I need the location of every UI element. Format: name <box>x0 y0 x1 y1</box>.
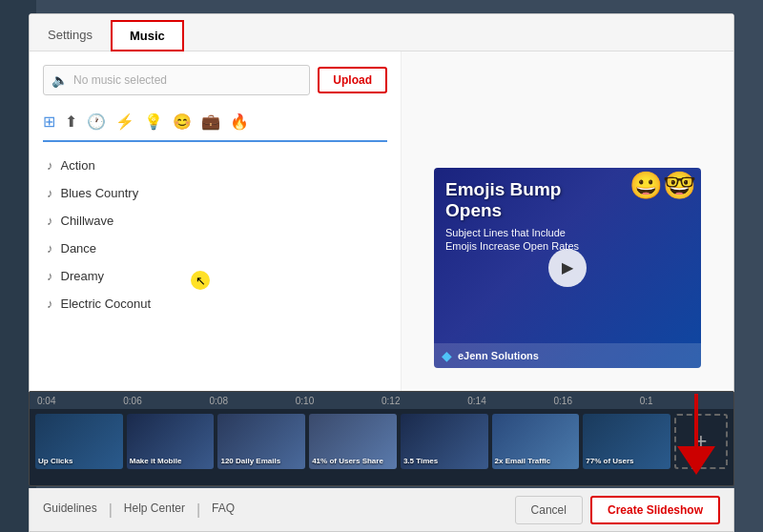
music-note-icon: ♪ <box>47 186 53 200</box>
emoji-cluster: 😀🤓 <box>629 173 696 199</box>
timeline-ruler: 0:04 0:06 0:08 0:10 0:12 0:14 0:16 0:1 <box>30 392 733 409</box>
brand-name: eJenn Solutions <box>458 350 539 361</box>
timeline-clips: Up Clicks Make it Mobile 120 Daily Email… <box>30 409 733 474</box>
ruler-mark: 0:12 <box>382 396 467 406</box>
music-item[interactable]: ♪ Chillwave <box>43 207 387 235</box>
clip-label: 41% of Users Share <box>312 457 383 466</box>
play-button[interactable]: ▶ <box>548 249 587 287</box>
arrow-up-icon[interactable]: ⬆ <box>65 113 77 131</box>
ruler-mark: 0:08 <box>210 396 296 406</box>
music-item[interactable]: ♪ Action <box>43 152 387 179</box>
upload-row: 🔈 No music selected Upload <box>43 65 387 95</box>
timeline-clip[interactable]: 41% of Users Share <box>309 414 397 469</box>
brand-bar: ◆ eJenn Solutions <box>434 343 701 368</box>
clip-label: 2x Email Traffic <box>495 457 551 466</box>
music-item[interactable]: ♪ Blues Country <box>43 179 387 207</box>
clip-label: 120 Daily Emails <box>220 457 280 466</box>
timeline-clip[interactable]: 3.5 Times <box>401 414 488 469</box>
clip-label: Up Clicks <box>38 457 72 466</box>
tabs-bar: Settings Music <box>30 14 733 51</box>
timeline-clip[interactable]: 77% of Users <box>583 414 670 469</box>
music-note-icon: ♪ <box>47 241 53 256</box>
ruler-mark: 0:04 <box>37 396 123 406</box>
clip-label: Make it Mobile <box>130 457 182 466</box>
separator: | <box>109 501 113 519</box>
emoji-icon[interactable]: 😊 <box>173 113 192 131</box>
faq-link[interactable]: FAQ <box>212 501 235 519</box>
lightbulb-icon[interactable]: 💡 <box>144 113 163 131</box>
music-note-icon: ♪ <box>47 158 53 173</box>
music-note-icon: ♪ <box>47 269 53 283</box>
clip-label: 77% of Users <box>586 457 633 466</box>
separator: | <box>196 501 200 519</box>
music-note-icon: 🔈 <box>52 72 68 88</box>
no-music-text: No music selected <box>73 73 167 87</box>
video-title: Emojis Bump Opens <box>445 179 580 223</box>
add-clip-button[interactable]: + <box>674 414 728 469</box>
cancel-button[interactable]: Cancel <box>515 496 583 524</box>
music-note-icon: ♪ <box>47 297 53 311</box>
music-item[interactable]: ♪ Dance <box>43 235 387 262</box>
timeline-area: 0:04 0:06 0:08 0:10 0:12 0:14 0:16 0:1 U… <box>29 391 734 486</box>
category-icons: ⊞ ⬆ 🕐 ⚡ 💡 😊 💼 🔥 <box>43 107 387 142</box>
music-note-icon: ♪ <box>47 214 53 228</box>
guidelines-link[interactable]: Guidelines <box>43 501 97 519</box>
lightning-icon[interactable]: ⚡ <box>115 113 134 131</box>
clock-icon[interactable]: 🕐 <box>87 113 106 131</box>
tab-settings[interactable]: Settings <box>30 20 111 51</box>
footer-actions: Cancel Create Slideshow <box>515 496 720 524</box>
fire-icon[interactable]: 🔥 <box>230 113 249 131</box>
help-center-link[interactable]: Help Center <box>124 501 185 519</box>
briefcase-icon[interactable]: 💼 <box>201 113 220 131</box>
create-slideshow-button[interactable]: Create Slideshow <box>590 496 720 524</box>
grid-icon[interactable]: ⊞ <box>43 113 55 131</box>
footer-bar: Guidelines | Help Center | FAQ Cancel Cr… <box>29 488 734 532</box>
clip-label: 3.5 Times <box>403 457 438 466</box>
timeline-clip[interactable]: Up Clicks <box>35 414 123 469</box>
ruler-mark: 0:06 <box>123 396 209 406</box>
tab-music[interactable]: Music <box>111 20 184 51</box>
timeline-clip[interactable]: 120 Daily Emails <box>217 414 305 469</box>
music-item[interactable]: ♪ Electric Coconut <box>43 290 387 317</box>
video-thumbnail: Emojis Bump Opens Subject Lines that Inc… <box>434 168 701 368</box>
timeline-clip[interactable]: 2x Email Traffic <box>492 414 580 469</box>
music-item[interactable]: ♪ Dreamy <box>43 262 387 290</box>
upload-button[interactable]: Upload <box>318 67 387 93</box>
ruler-mark: 0:10 <box>296 396 382 406</box>
brand-logo-icon: ◆ <box>442 348 452 363</box>
music-input-area[interactable]: 🔈 No music selected <box>43 65 310 95</box>
footer-links: Guidelines | Help Center | FAQ <box>43 501 235 519</box>
ruler-mark: 0:16 <box>554 396 640 406</box>
timeline-clip[interactable]: Make it Mobile <box>127 414 215 469</box>
ruler-mark: 0:14 <box>467 396 553 406</box>
ruler-mark: 0:1 <box>640 396 726 406</box>
